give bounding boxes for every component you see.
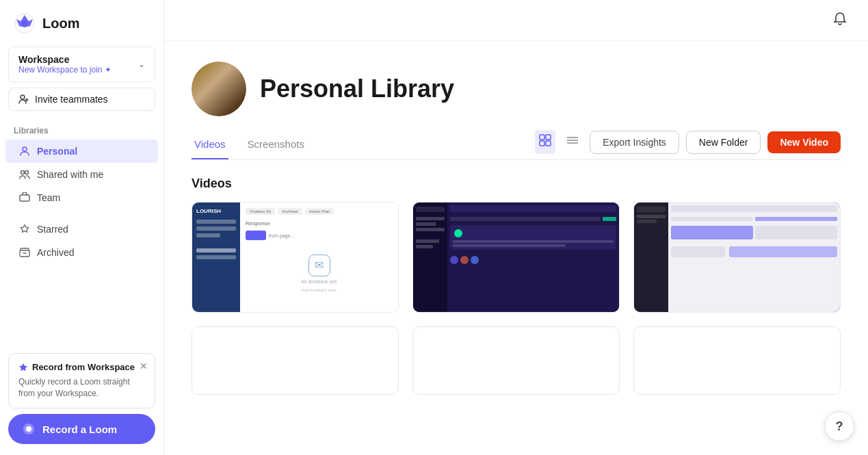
svg-rect-6 (20, 195, 29, 201)
starred-nav-label: Starred (37, 224, 68, 235)
invite-label: Invite teammates (35, 94, 108, 105)
invite-icon (18, 94, 29, 105)
tabs-bar: Videos Screenshots (192, 130, 841, 160)
personal-icon (19, 146, 30, 157)
list-view-button[interactable] (562, 130, 583, 154)
record-workspace-banner: ✕ Record from Workspace Quickly record a… (8, 353, 155, 408)
topbar (164, 0, 868, 41)
bell-icon (832, 11, 847, 26)
libraries-section-label: Libraries (0, 122, 163, 140)
video-thumb-1: LOURISH Chatbox (0) Archived (192, 203, 398, 312)
video-thumb-2 (413, 203, 619, 312)
archive-icon (19, 247, 30, 258)
video-card-3[interactable] (633, 202, 841, 313)
new-folder-button[interactable]: New Folder (686, 131, 761, 154)
loom-wordmark: Loom (42, 16, 79, 31)
help-button[interactable]: ? (824, 411, 854, 441)
chevron-down-icon: ⌄ (138, 60, 145, 69)
svg-rect-11 (546, 135, 551, 140)
new-video-button[interactable]: New Video (767, 131, 841, 153)
tabs-left: Videos Screenshots (192, 130, 324, 159)
svg-point-4 (21, 171, 25, 174)
logo-area: Loom (0, 0, 163, 47)
svg-point-5 (25, 171, 29, 174)
video-card-2[interactable] (412, 202, 620, 313)
video-grid: LOURISH Chatbox (0) Archived (192, 202, 841, 395)
svg-rect-10 (540, 135, 544, 140)
archived-nav-label: Archived (37, 247, 74, 258)
workspace-switcher[interactable]: Workspace New Workspace to join ✦ ⌄ (8, 47, 155, 82)
page-content: Personal Library Videos Screenshots (164, 41, 868, 455)
video-card-6[interactable] (633, 326, 841, 395)
tab-videos[interactable]: Videos (192, 130, 228, 159)
notifications-button[interactable] (832, 11, 847, 29)
sidebar-item-shared[interactable]: Shared with me (5, 163, 158, 186)
record-btn-icon (22, 422, 36, 436)
video-card-4[interactable] (192, 326, 399, 395)
banner-close-button[interactable]: ✕ (140, 361, 148, 372)
invite-teammates-button[interactable]: Invite teammates (8, 88, 155, 111)
loom-logo-icon (14, 12, 36, 34)
svg-point-9 (26, 426, 31, 432)
video-thumb-3 (634, 203, 840, 312)
sidebar-item-team[interactable]: Team (5, 186, 158, 209)
page-title: Personal Library (260, 75, 454, 103)
sidebar-item-personal[interactable]: Personal (5, 140, 158, 163)
workspace-name: Workspace (18, 54, 111, 65)
video-card-5[interactable] (412, 326, 620, 395)
profile-header: Personal Library (192, 41, 841, 130)
grid-view-button[interactable] (535, 130, 555, 154)
banner-record-icon (18, 363, 28, 372)
shared-icon (19, 169, 30, 180)
sidebar-item-starred[interactable]: Starred (5, 218, 158, 241)
workspace-subtitle: New Workspace to join ✦ (18, 65, 111, 75)
svg-rect-13 (546, 141, 551, 146)
grid-icon (539, 134, 551, 146)
sidebar-item-archived[interactable]: Archived (5, 241, 158, 264)
personal-nav-label: Personal (37, 146, 77, 157)
export-insights-button[interactable]: Export Insights (590, 131, 679, 154)
tabs-right: Export Insights New Folder New Video (535, 130, 841, 159)
team-nav-label: Team (37, 192, 60, 203)
main-content: Personal Library Videos Screenshots (164, 0, 868, 455)
svg-point-3 (23, 147, 27, 151)
avatar (192, 62, 246, 116)
list-icon (566, 134, 579, 146)
svg-point-1 (22, 21, 27, 26)
banner-title: Record from Workspace (18, 362, 145, 372)
tab-screenshots[interactable]: Screenshots (245, 130, 307, 159)
record-loom-button[interactable]: Record a Loom (8, 414, 155, 444)
avatar-image (192, 62, 246, 116)
svg-rect-12 (540, 141, 544, 146)
sidebar: Loom Workspace New Workspace to join ✦ ⌄… (0, 0, 164, 455)
videos-section-title: Videos (192, 177, 841, 191)
record-btn-label: Record a Loom (42, 424, 117, 435)
banner-body: Quickly record a Loom straight from your… (18, 376, 145, 400)
shared-nav-label: Shared with me (37, 169, 103, 180)
team-icon (19, 192, 30, 203)
star-icon (19, 224, 30, 235)
video-card-1[interactable]: LOURISH Chatbox (0) Archived (192, 202, 399, 313)
svg-point-2 (21, 95, 25, 99)
